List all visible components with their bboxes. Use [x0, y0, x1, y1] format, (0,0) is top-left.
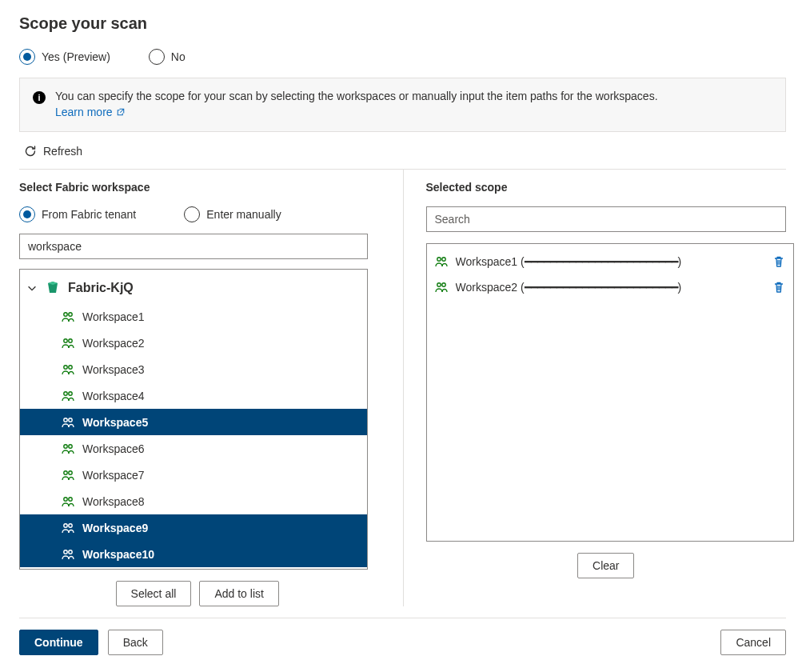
- group-icon: [62, 311, 74, 322]
- source-radio-manual[interactable]: Enter manually: [184, 206, 281, 222]
- group-icon: [62, 549, 74, 560]
- group-icon: [62, 417, 74, 428]
- fabric-icon: [46, 281, 60, 295]
- workspace-item[interactable]: Workspace1: [20, 303, 367, 330]
- chevron-down-icon: [26, 282, 38, 294]
- workspace-name: Workspace8: [82, 495, 145, 508]
- cancel-button[interactable]: Cancel: [720, 630, 786, 655]
- workspace-item[interactable]: Workspace8: [20, 488, 367, 514]
- add-to-list-button[interactable]: Add to list: [199, 581, 278, 606]
- preview-radio-no[interactable]: No: [149, 49, 186, 65]
- workspace-name: Workspace3: [82, 363, 145, 376]
- learn-more-link[interactable]: Learn more: [55, 106, 126, 118]
- group-icon: [62, 522, 74, 534]
- source-radio-group: From Fabric tenant Enter manually: [19, 206, 376, 222]
- trash-icon[interactable]: [772, 281, 785, 294]
- info-icon: i: [33, 91, 46, 104]
- workspace-name: Workspace9: [82, 522, 148, 534]
- workspace-item[interactable]: Workspace4: [20, 382, 367, 409]
- selected-scope-item: Workspace2 (━━━━━━━━━━━━━━━━━━━━━━━━): [432, 274, 788, 300]
- radio-label: No: [171, 50, 186, 63]
- source-radio-tenant[interactable]: From Fabric tenant: [19, 206, 136, 222]
- group-icon: [62, 443, 74, 454]
- external-link-icon: [116, 107, 126, 117]
- group-icon: [435, 256, 448, 267]
- radio-label: Enter manually: [206, 208, 281, 221]
- workspace-name: Workspace1: [82, 310, 145, 323]
- workspace-item[interactable]: Workspace3: [20, 356, 367, 382]
- group-icon: [62, 390, 74, 402]
- radio-label: From Fabric tenant: [42, 208, 136, 221]
- workspace-name: Workspace2: [82, 337, 145, 350]
- selected-item-label: Workspace2 (━━━━━━━━━━━━━━━━━━━━━━━━): [456, 281, 758, 294]
- select-all-button[interactable]: Select all: [116, 581, 192, 606]
- preview-radio-group: Yes (Preview) No: [19, 49, 786, 65]
- group-icon: [62, 470, 74, 481]
- workspace-filter-input[interactable]: [19, 234, 368, 259]
- workspace-name: Workspace7: [82, 469, 145, 482]
- group-icon: [62, 496, 74, 507]
- group-icon: [435, 282, 448, 293]
- workspace-name: Workspace10: [82, 548, 154, 561]
- tenant-name: Fabric-KjQ: [68, 281, 134, 295]
- select-workspace-title: Select Fabric workspace: [19, 181, 376, 194]
- workspace-item[interactable]: Workspace10: [20, 541, 367, 567]
- page-title: Scope your scan: [19, 14, 786, 33]
- trash-icon[interactable]: [772, 255, 785, 268]
- radio-label: Yes (Preview): [42, 50, 110, 63]
- workspace-name: Workspace5: [82, 416, 148, 429]
- scope-search-input[interactable]: [426, 206, 787, 232]
- workspace-item[interactable]: Workspace5: [20, 409, 367, 435]
- workspace-item[interactable]: Workspace2: [20, 330, 367, 356]
- group-icon: [62, 364, 74, 375]
- selected-scope-item: Workspace1 (━━━━━━━━━━━━━━━━━━━━━━━━): [432, 249, 788, 274]
- info-text: You can specify the scope for your scan …: [55, 90, 658, 102]
- selected-scope-list: Workspace1 (━━━━━━━━━━━━━━━━━━━━━━━━)Wor…: [426, 243, 794, 542]
- info-banner: i You can specify the scope for your sca…: [19, 78, 786, 132]
- back-button[interactable]: Back: [108, 630, 163, 655]
- clear-button[interactable]: Clear: [577, 553, 634, 578]
- tenant-node[interactable]: Fabric-KjQ: [20, 278, 367, 303]
- refresh-label: Refresh: [43, 145, 82, 158]
- group-icon: [62, 338, 74, 349]
- continue-button[interactable]: Continue: [19, 630, 98, 655]
- selected-item-label: Workspace1 (━━━━━━━━━━━━━━━━━━━━━━━━): [456, 255, 758, 268]
- refresh-button[interactable]: Refresh: [19, 143, 786, 169]
- workspace-item[interactable]: Workspace9: [20, 514, 367, 541]
- workspace-item[interactable]: Workspace7: [20, 462, 367, 488]
- workspace-name: Workspace6: [82, 442, 145, 455]
- workspace-item[interactable]: Workspace6: [20, 435, 367, 462]
- selected-scope-title: Selected scope: [426, 181, 787, 194]
- footer: Continue Back Cancel: [19, 618, 786, 668]
- refresh-icon: [24, 145, 37, 158]
- preview-radio-yes[interactable]: Yes (Preview): [19, 49, 110, 65]
- workspace-tree: Fabric-KjQ Workspace1Workspace2Workspace…: [19, 269, 368, 570]
- workspace-name: Workspace4: [82, 390, 145, 402]
